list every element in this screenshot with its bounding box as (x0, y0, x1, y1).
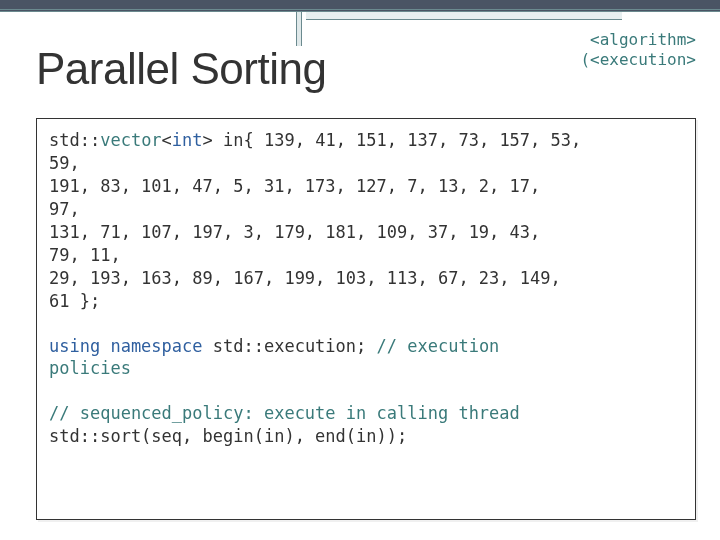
code-line: 97, (49, 198, 683, 221)
divider-horizontal (306, 12, 622, 20)
code-comment: // sequenced_policy: execute in calling … (49, 402, 683, 425)
include-algorithm: <algorithm> (580, 30, 696, 50)
code-line: 191, 83, 101, 47, 5, 31, 173, 127, 7, 13… (49, 175, 683, 198)
code-line: 131, 71, 107, 197, 3, 179, 181, 109, 37,… (49, 221, 683, 244)
code-line: 61 }; (49, 290, 683, 313)
include-execution: (<execution> (580, 50, 696, 70)
code-line: 29, 193, 163, 89, 167, 199, 103, 113, 67… (49, 267, 683, 290)
divider-ribbon (296, 12, 302, 46)
blank-line (49, 313, 683, 335)
code-line: 79, 11, (49, 244, 683, 267)
code-line: std::vector<int> in{ 139, 41, 151, 137, … (49, 129, 683, 152)
top-bar (0, 0, 720, 12)
code-line: 59, (49, 152, 683, 175)
code-line: policies (49, 357, 683, 380)
page-title: Parallel Sorting (36, 44, 326, 94)
code-line: using namespace std::execution; // execu… (49, 335, 683, 358)
header-includes: <algorithm> (<execution> (580, 30, 696, 70)
blank-line (49, 380, 683, 402)
code-line: std::sort(seq, begin(in), end(in)); (49, 425, 683, 448)
code-block: std::vector<int> in{ 139, 41, 151, 137, … (36, 118, 696, 520)
